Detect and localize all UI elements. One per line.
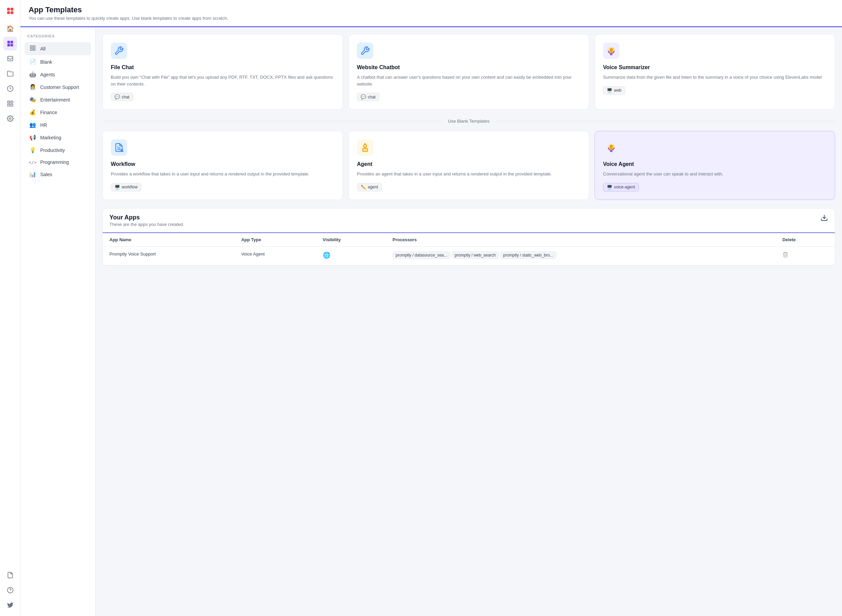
svg-rect-20 xyxy=(34,49,35,50)
svg-point-31 xyxy=(363,145,364,146)
template-cards-grid: File Chat Build you own "Chat with File"… xyxy=(102,34,835,110)
agent-title: Agent xyxy=(357,161,580,167)
page-subtitle: You can use these templates to quickly c… xyxy=(29,16,834,21)
svg-rect-12 xyxy=(7,104,10,106)
agent-icon xyxy=(357,139,373,156)
svg-rect-19 xyxy=(30,49,32,50)
app-visibility-cell: 🌐 xyxy=(316,246,386,265)
category-sales[interactable]: 📊 Sales xyxy=(25,168,91,180)
category-agents-icon: 🤖 xyxy=(29,71,37,78)
category-productivity-icon: 💡 xyxy=(29,147,37,153)
category-marketing-icon: 📢 xyxy=(29,134,37,141)
category-hr-label: HR xyxy=(40,122,47,128)
svg-rect-30 xyxy=(363,148,367,151)
category-marketing-label: Marketing xyxy=(40,135,61,140)
agent-tag: ✏️ agent xyxy=(357,183,382,192)
voice-agent-tag: 🖥️ voice-agent xyxy=(603,183,639,192)
svg-rect-4 xyxy=(7,41,10,44)
website-chatbot-desc: A chatbot that can answer user's questio… xyxy=(357,74,580,87)
category-finance-icon: 💰 xyxy=(29,109,37,116)
category-productivity[interactable]: 💡 Productivity xyxy=(25,144,91,156)
template-card-agent[interactable]: Agent Provides an agent that takes in a … xyxy=(348,131,589,200)
blank-template-cards-grid: Workflow Provides a workflow that takes … xyxy=(102,131,835,200)
category-customer-support-label: Customer Support xyxy=(40,85,79,90)
file-chat-icon xyxy=(111,43,127,59)
nav-doc[interactable] xyxy=(3,568,17,582)
app-delete-cell xyxy=(776,246,835,265)
svg-rect-3 xyxy=(10,11,13,14)
col-app-type: App Type xyxy=(235,233,316,247)
nav-settings[interactable] xyxy=(3,112,17,125)
file-chat-title: File Chat xyxy=(111,65,334,70)
category-hr[interactable]: 👥 HR xyxy=(25,119,91,131)
download-icon[interactable] xyxy=(820,214,828,223)
voice-agent-title: Voice Agent xyxy=(603,161,827,167)
svg-rect-18 xyxy=(34,45,35,47)
file-chat-tag-icon: 💬 xyxy=(115,94,120,100)
templates-area: File Chat Build you own "Chat with File"… xyxy=(96,27,842,616)
file-chat-desc: Build you own "Chat with File" app that … xyxy=(111,74,334,87)
category-agents-label: Agents xyxy=(40,72,55,77)
processor-tag-3: promptly / static_web_bro... xyxy=(500,251,556,259)
svg-rect-1 xyxy=(10,8,13,10)
workflow-tag-icon: 🖥️ xyxy=(115,185,120,190)
blank-templates-divider: Use Blank Templates xyxy=(102,118,835,124)
category-programming[interactable]: </> Programming xyxy=(25,157,91,168)
app-processors-cell: promptly / datasource_sea... promptly / … xyxy=(386,246,776,265)
categories-title: CATEGORIES xyxy=(25,34,91,38)
category-customer-support[interactable]: 👩‍💼 Customer Support xyxy=(25,81,91,93)
agent-desc: Provides an agent that takes in a user i… xyxy=(357,171,580,177)
category-productivity-label: Productivity xyxy=(40,148,65,153)
nav-twitter[interactable] xyxy=(3,598,17,612)
nav-grid[interactable] xyxy=(3,97,17,110)
category-sales-label: Sales xyxy=(40,172,52,177)
workflow-tag: 🖥️ workflow xyxy=(111,183,141,192)
svg-rect-22 xyxy=(610,48,613,53)
template-card-voice-summarizer[interactable]: Voice Summarizer Summarize data from the… xyxy=(595,34,835,110)
app-type-cell: Voice Agent xyxy=(235,246,316,265)
blank-templates-label: Use Blank Templates xyxy=(442,119,495,124)
template-card-voice-agent[interactable]: Voice Agent Conversational agent the use… xyxy=(595,131,835,200)
voice-summarizer-desc: Summarize data from the given file and l… xyxy=(603,74,827,81)
nav-home[interactable]: 🏠 xyxy=(3,22,17,35)
template-card-file-chat[interactable]: File Chat Build you own "Chat with File"… xyxy=(102,34,343,110)
category-blank-icon: 📄 xyxy=(29,59,37,65)
nav-help[interactable] xyxy=(3,583,17,597)
workflow-icon xyxy=(111,139,127,156)
svg-rect-0 xyxy=(7,8,10,10)
delete-app-button[interactable] xyxy=(782,252,789,259)
category-programming-icon: </> xyxy=(29,160,37,165)
logo-icon[interactable] xyxy=(3,4,17,18)
category-entertainment[interactable]: 🎭 Entertainment xyxy=(25,94,91,106)
nav-inbox[interactable] xyxy=(3,52,17,65)
template-card-workflow[interactable]: Workflow Provides a workflow that takes … xyxy=(102,131,343,200)
category-finance[interactable]: 💰 Finance xyxy=(25,106,91,118)
category-all-label: All xyxy=(40,46,46,51)
category-all[interactable]: All xyxy=(25,42,91,55)
nav-sidebar: 🏠 xyxy=(0,0,21,616)
apps-table: App Name App Type Visibility Processors … xyxy=(103,233,835,265)
nav-history[interactable] xyxy=(3,82,17,95)
template-card-website-chatbot[interactable]: Website Chatbot A chatbot that can answe… xyxy=(348,34,589,110)
col-app-name: App Name xyxy=(103,233,235,247)
svg-rect-11 xyxy=(10,101,13,103)
col-delete: Delete xyxy=(776,233,835,247)
nav-folder[interactable] xyxy=(3,67,17,81)
nav-apps[interactable] xyxy=(3,37,17,50)
page-title: App Templates xyxy=(29,6,834,14)
category-blank[interactable]: 📄 Blank xyxy=(25,56,91,68)
agent-tag-icon: ✏️ xyxy=(361,185,366,190)
category-finance-label: Finance xyxy=(40,110,57,115)
website-chatbot-icon xyxy=(357,43,373,59)
svg-rect-13 xyxy=(10,104,13,106)
category-marketing[interactable]: 📢 Marketing xyxy=(25,132,91,144)
table-row: Promptly Voice Support Voice Agent 🌐 pro… xyxy=(103,246,835,265)
svg-line-28 xyxy=(123,151,123,152)
category-all-icon xyxy=(29,45,37,53)
category-entertainment-icon: 🎭 xyxy=(29,97,37,103)
voice-agent-tag-icon: 🖥️ xyxy=(607,185,612,190)
file-chat-tag: 💬 chat xyxy=(111,93,133,101)
voice-agent-icon xyxy=(603,139,619,156)
your-apps-subtitle: These are the apps you have created. xyxy=(109,222,184,227)
category-agents[interactable]: 🤖 Agents xyxy=(25,69,91,81)
